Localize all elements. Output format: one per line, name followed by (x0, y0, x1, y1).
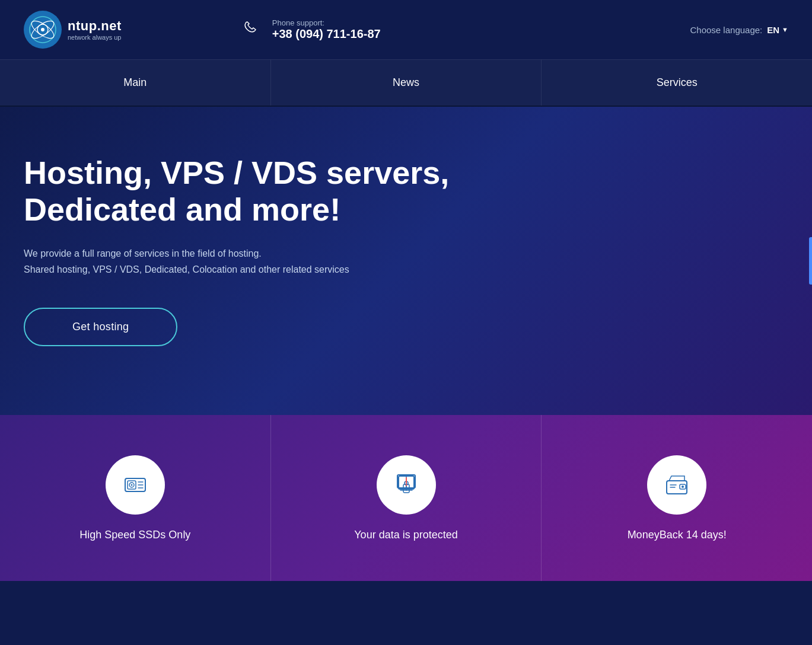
svg-point-21 (405, 484, 407, 486)
hero-subtitle-line2: Shared hosting, VPS / VDS, Dedicated, Co… (24, 264, 349, 274)
hero-subtitle: We provide a full range of services in t… (24, 245, 439, 277)
hero-section: Hosting, VPS / VDS servers, Dedicated an… (0, 107, 812, 415)
hero-subtitle-line1: We provide a full range of services in t… (24, 248, 262, 258)
phone-label: Phone support: (272, 18, 381, 27)
lang-label: Choose language: (690, 25, 763, 35)
get-hosting-button[interactable]: Get hosting (24, 308, 177, 346)
feature-label-shield: Your data is protected (354, 529, 457, 541)
logo-area[interactable]: ntup.net network always up (24, 11, 122, 49)
logo-text: ntup.net network always up (68, 18, 122, 41)
ssd-icon (106, 455, 165, 515)
feature-card-moneyback: MoneyBack 14 days! (542, 415, 812, 581)
scroll-indicator (809, 237, 812, 285)
features-section: High Speed SSDs Only Your data is protec… (0, 415, 812, 581)
svg-point-11 (130, 484, 132, 486)
phone-number: +38 (094) 711-16-87 (272, 27, 381, 41)
logo-tagline: network always up (68, 34, 122, 41)
logo-icon (24, 11, 62, 49)
nav-item-news[interactable]: News (271, 60, 542, 106)
svg-point-4 (41, 28, 44, 31)
wallet-icon (647, 455, 706, 515)
shield-icon (377, 455, 436, 515)
language-selector[interactable]: EN ▼ (767, 25, 788, 35)
hero-title: Hosting, VPS / VDS servers, Dedicated an… (24, 154, 475, 228)
feature-label-ssd: High Speed SSDs Only (79, 529, 190, 541)
phone-area: Phone support: +38 (094) 711-16-87 (240, 17, 381, 42)
nav-item-services[interactable]: Services (542, 60, 812, 106)
language-area[interactable]: Choose language: EN ▼ (690, 25, 789, 35)
feature-card-ssd: High Speed SSDs Only (0, 415, 271, 581)
phone-details: Phone support: +38 (094) 711-16-87 (272, 18, 381, 41)
lang-current: EN (767, 25, 779, 35)
feature-label-moneyback: MoneyBack 14 days! (628, 529, 727, 541)
chevron-down-icon: ▼ (782, 26, 788, 33)
logo-name: ntup.net (68, 18, 122, 34)
main-nav: Main News Services (0, 60, 812, 107)
nav-item-main[interactable]: Main (0, 60, 271, 106)
header: ntup.net network always up Phone support… (0, 0, 812, 60)
feature-card-shield: Your data is protected (271, 415, 542, 581)
svg-point-24 (682, 486, 684, 488)
phone-icon (240, 17, 265, 42)
svg-rect-22 (667, 481, 687, 494)
